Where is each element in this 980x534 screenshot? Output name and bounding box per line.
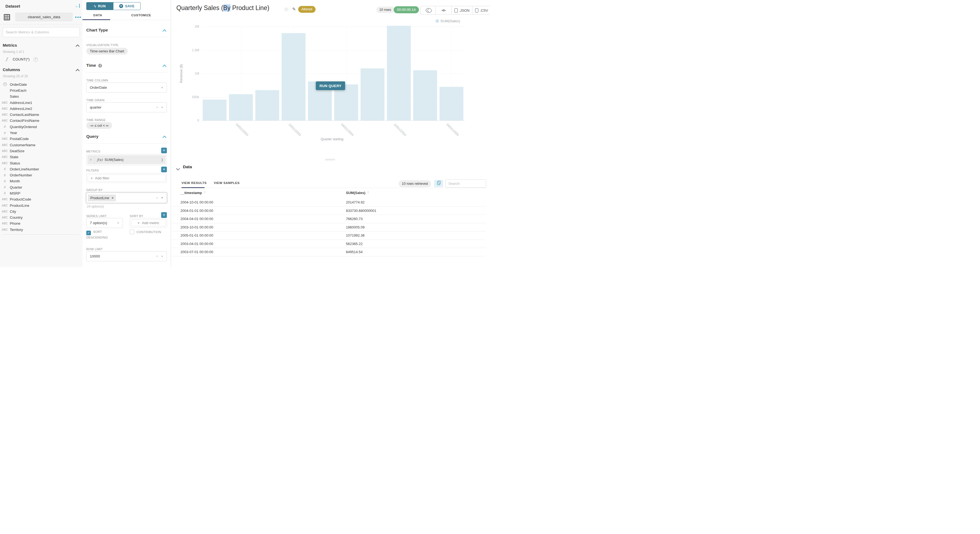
- column-item[interactable]: ABCTerritory: [0, 227, 83, 232]
- add-filter-dropzone[interactable]: + Add filter: [88, 175, 165, 181]
- column-item[interactable]: Sales: [0, 94, 83, 100]
- column-item[interactable]: ABCCountry: [0, 215, 83, 221]
- column-type-icon: ABC: [0, 149, 10, 153]
- metrics-collapse-icon[interactable]: [76, 44, 80, 48]
- column-item[interactable]: ABCStatus: [0, 160, 83, 166]
- time-collapse-icon[interactable]: [162, 65, 166, 68]
- dataset-more-options-icon[interactable]: [75, 17, 81, 18]
- column-item[interactable]: #OrderNumber: [0, 172, 83, 178]
- row-limit-select[interactable]: 10000 × ▼: [86, 251, 167, 261]
- column-item-label: City: [10, 210, 16, 213]
- time-grain-select[interactable]: quarter × ▼: [86, 102, 167, 112]
- column-item-label: ContactFirstName: [10, 119, 39, 122]
- table-row: 2004-10-01 00:00:002014774.92: [171, 199, 486, 207]
- run-query-button[interactable]: RUN QUERY: [316, 81, 345, 90]
- column-item[interactable]: #OrderLineNumber: [0, 166, 83, 172]
- share-link-button[interactable]: [420, 6, 436, 14]
- viz-type-value[interactable]: Time-series Bar Chart: [86, 48, 128, 54]
- sort-descending-checkbox[interactable]: ✓: [86, 230, 91, 235]
- column-item[interactable]: #Month: [0, 178, 83, 184]
- chart-type-collapse-icon[interactable]: [162, 29, 166, 33]
- column-item[interactable]: ABCProductCode: [0, 197, 83, 202]
- run-button[interactable]: ϟ RUN: [86, 2, 113, 10]
- column-item[interactable]: PriceEach: [0, 87, 83, 93]
- function-icon: ƒ: [6, 57, 7, 61]
- collapse-panel-icon[interactable]: ←: [75, 4, 80, 8]
- columns-collapse-icon[interactable]: [76, 69, 80, 73]
- column-item[interactable]: ABCPhone: [0, 221, 83, 227]
- group-by-chip[interactable]: ProductLine ×: [88, 195, 116, 201]
- column-item[interactable]: ABCDealSize: [0, 148, 83, 154]
- sort-icon[interactable]: ▲▼: [204, 191, 205, 194]
- clear-icon[interactable]: ×: [156, 254, 158, 258]
- save-button[interactable]: + SAVE: [113, 2, 140, 10]
- superset-explore-page: Dataset ← cleaned_sales_data Metrics Sho…: [0, 0, 490, 267]
- column-item[interactable]: ABCCustomerName: [0, 142, 83, 148]
- contribution-checkbox[interactable]: [130, 230, 134, 234]
- column-item[interactable]: ABCPostalCode: [0, 136, 83, 142]
- column-item[interactable]: #QuantityOrdered: [0, 124, 83, 130]
- column-item[interactable]: ABCAddressLine2: [0, 106, 83, 111]
- favorite-star-icon[interactable]: ☆: [284, 6, 289, 13]
- data-panel-collapse-icon[interactable]: [176, 167, 180, 170]
- column-item[interactable]: ABCContactFirstName: [0, 118, 83, 124]
- clear-icon[interactable]: ×: [156, 105, 158, 110]
- sort-icon[interactable]: ▲▼: [368, 191, 369, 194]
- remove-metric-icon[interactable]: ×: [88, 155, 95, 164]
- column-type-icon: #: [0, 167, 10, 171]
- data-search-input[interactable]: [445, 180, 486, 188]
- column-item-label: Sales: [10, 94, 19, 99]
- column-item-label: State: [10, 155, 18, 159]
- legend-dot-icon: [436, 19, 439, 23]
- column-item[interactable]: ABCAddressLine1: [0, 100, 83, 106]
- export-csv-button[interactable]: .CSV: [473, 6, 490, 14]
- metric-help-icon[interactable]: ?: [33, 57, 38, 62]
- export-json-button[interactable]: .JSON: [452, 6, 473, 14]
- dataset-name[interactable]: cleaned_sales_data: [15, 13, 73, 21]
- column-item[interactable]: ABCCity: [0, 208, 83, 215]
- group-by-select[interactable]: ProductLine × × ▼: [86, 193, 167, 203]
- column-item-label: OrderDate: [10, 83, 27, 87]
- column-type-icon: #: [0, 191, 10, 195]
- column-header-timestamp[interactable]: __timestamp▲▼: [180, 191, 206, 195]
- altered-badge[interactable]: Altered: [298, 6, 315, 13]
- copy-data-button[interactable]: [434, 180, 443, 187]
- add-filter-button[interactable]: +: [161, 167, 167, 172]
- add-metric-button[interactable]: +: [161, 148, 167, 153]
- column-header-sum-sales[interactable]: SUM(Sales)▲▼: [346, 191, 369, 195]
- column-item[interactable]: ABCContactLastName: [0, 111, 83, 118]
- column-item[interactable]: ABCProductLine: [0, 202, 83, 208]
- tab-data[interactable]: DATA: [93, 14, 102, 17]
- add-sort-metric-button[interactable]: +: [161, 212, 167, 218]
- chart-title[interactable]: Quarterly Sales (By Product Line): [177, 4, 269, 12]
- contribution-control[interactable]: CONTRIBUTION: [130, 230, 170, 234]
- tab-view-results[interactable]: VIEW RESULTS: [181, 181, 207, 184]
- query-collapse-icon[interactable]: [162, 136, 166, 140]
- add-sort-metric-dropzone[interactable]: + Add metric: [131, 219, 166, 226]
- search-metrics-columns-input[interactable]: [3, 27, 80, 37]
- column-type-icon: ABC: [0, 143, 10, 146]
- data-panel-title[interactable]: Data: [183, 164, 192, 169]
- column-item[interactable]: #Year: [0, 130, 83, 136]
- remove-chip-icon[interactable]: ×: [111, 196, 113, 199]
- metric-item[interactable]: ƒ COUNT(*) ?: [6, 57, 38, 62]
- column-type-icon: ABC: [0, 137, 10, 140]
- column-item[interactable]: #Quarter: [0, 184, 83, 190]
- column-item[interactable]: ABCState: [0, 154, 83, 160]
- column-type-icon: ABC: [0, 113, 10, 116]
- cell-timestamp: 2004-04-01 00:00:00: [180, 217, 213, 221]
- embed-code-button[interactable]: </>: [436, 6, 452, 14]
- tab-customize[interactable]: CUSTOMIZE: [131, 14, 151, 17]
- edit-title-icon[interactable]: ✎: [292, 6, 296, 12]
- column-item[interactable]: OrderDate: [0, 81, 83, 87]
- metric-pill[interactable]: × ƒ(x) SUM(Sales) ❯: [88, 155, 166, 164]
- panel-resize-handle[interactable]: [325, 159, 335, 161]
- series-limit-select[interactable]: 7 option(s) ▼: [86, 218, 123, 228]
- tab-view-samples[interactable]: VIEW SAMPLES: [214, 181, 240, 184]
- chart-legend[interactable]: SUM(Sales): [436, 19, 460, 23]
- time-column-select[interactable]: OrderDate ▼: [86, 83, 167, 92]
- sort-descending-control[interactable]: ✓SORT DESCENDING: [86, 230, 122, 240]
- column-item[interactable]: #MSRP: [0, 190, 83, 196]
- clear-icon[interactable]: ×: [156, 196, 158, 200]
- time-range-value[interactable]: -∞ ≤ col < ∞: [86, 122, 112, 129]
